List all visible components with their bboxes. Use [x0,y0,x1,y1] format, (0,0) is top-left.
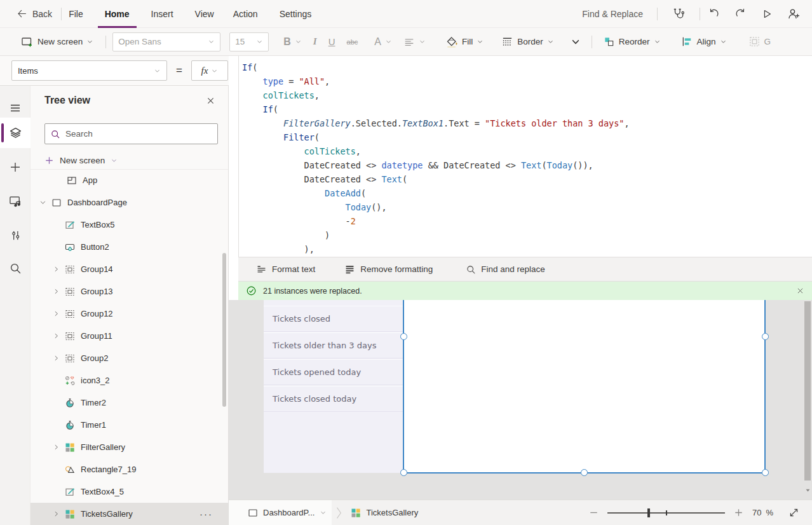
format-text-button[interactable]: Format text [250,257,321,282]
search-placeholder: Search [65,129,93,139]
menu-bar-right: Find & Replace [568,0,812,28]
fullscreen-icon[interactable] [788,507,799,518]
canvas-scrollbar[interactable] [804,301,811,481]
media-button[interactable] [0,186,30,216]
scroll-down-arrow-icon[interactable] [804,486,811,494]
expander-down-icon[interactable] [38,199,47,206]
banner-close-icon[interactable] [796,287,804,295]
gallery-row[interactable]: Tickets closed [264,306,403,332]
menu-view[interactable]: View [188,0,221,28]
find-and-replace-button[interactable]: Find and replace [459,257,551,282]
tree-new-screen-button[interactable]: New screen [44,151,118,170]
tree-item-button2[interactable]: Button2 [30,236,228,258]
reorder-button[interactable]: Reorder [597,28,667,56]
tree-scrollbar[interactable] [222,253,226,407]
zoom-slider-handle[interactable] [647,508,650,517]
tree-search-input[interactable]: Search [44,123,218,144]
expander-right-icon[interactable] [51,288,60,295]
strikethrough-button[interactable]: abc [341,28,364,56]
menu-home[interactable]: Home [98,0,137,28]
zoom-in-icon[interactable] [734,508,743,517]
expander-right-icon[interactable] [51,444,60,451]
fill-button[interactable]: Fill [440,28,489,56]
expander-right-icon[interactable] [51,355,60,362]
new-screen-button[interactable]: New screen [15,28,99,56]
menu-settings[interactable]: Settings [273,0,319,28]
tree-item-dashboardpage[interactable]: DashboardPage [30,191,228,214]
tree-item-group11[interactable]: Group11 [30,325,228,347]
formula-editor[interactable]: If( type = "All", colTickets, If( Filter… [238,56,812,257]
chevron-down-icon [477,38,484,45]
find-replace-status[interactable]: Find & Replace [568,9,657,19]
tree-item-app[interactable]: App [30,169,228,191]
advanced-tools-button[interactable] [0,220,30,250]
expander-right-icon[interactable] [51,310,60,317]
tree-item-ticketsgallery[interactable]: TicketsGallery··· [30,503,228,525]
plus-icon [9,161,22,174]
selection-handle-right[interactable] [762,333,769,340]
group-icon [64,353,75,364]
breadcrumb-control[interactable]: TicketsGallery [346,500,423,525]
tree-item-rectangle7_19[interactable]: Rectangle7_19 [30,458,228,481]
italic-button[interactable]: I [308,28,323,56]
selection-handle-bottom-right[interactable] [762,469,769,476]
undo-button[interactable] [700,0,727,28]
font-family-select[interactable]: Open Sans [112,32,220,51]
remove-formatting-button[interactable]: Remove formatting [338,257,439,282]
tree-item-group13[interactable]: Group13 [30,280,228,303]
expander-right-icon[interactable] [51,510,60,517]
font-color-button[interactable]: A [369,28,398,56]
selection-handle-left[interactable] [400,333,407,340]
menu-insert[interactable]: Insert [144,0,180,28]
property-select[interactable]: Items [11,60,167,81]
tree-close-icon[interactable] [206,96,215,106]
selection-handle-bottom-middle[interactable] [581,469,588,476]
tree-item-label: TextBox5 [81,220,114,229]
selection-right-edge[interactable] [764,300,766,473]
share-button[interactable] [780,0,807,28]
fx-button[interactable]: fx [191,60,228,81]
item-more-options-icon[interactable]: ··· [200,508,213,519]
font-size-select[interactable]: 15 [229,32,269,51]
align-button[interactable]: Align [675,28,733,56]
gallery-row[interactable]: Tickets closed today [264,386,403,412]
menu-action[interactable]: Action [226,0,265,28]
underline-button[interactable]: U [323,28,341,56]
selection-left-edge[interactable] [403,300,404,473]
search-rail-button[interactable] [0,253,30,283]
text-align-button[interactable] [398,28,431,56]
code-line: FilterGallery.Selected.TextBox1.Text = "… [242,116,812,130]
tree-item-textbox4_5[interactable]: TextBox4_5 [30,481,228,503]
back-button[interactable]: Back [0,0,61,28]
tree-item-group12[interactable]: Group12 [30,303,228,325]
zoom-slider[interactable] [607,512,725,514]
redo-button[interactable] [727,0,754,28]
bold-button[interactable]: B [278,28,308,56]
breadcrumb-screen[interactable]: DashboardP... [229,500,332,525]
gallery-row[interactable]: Tickets older than 3 days [264,332,403,358]
tree-item-group14[interactable]: Group14 [30,258,228,280]
filter-gallery-preview[interactable]: Tickets closedTickets older than 3 daysT… [264,300,403,473]
insert-button[interactable] [0,152,30,182]
tree-item-group2[interactable]: Group2 [30,347,228,369]
selection-handle-bottom-left[interactable] [400,469,407,476]
more-options-button[interactable] [565,28,586,56]
fx-label: fx [201,65,208,76]
hamburger-icon [9,102,22,114]
zoom-out-icon[interactable] [589,508,599,517]
group-button[interactable]: G [743,28,777,56]
tree-view-button[interactable] [0,118,30,148]
tree-item-timer1[interactable]: Timer1 [30,414,228,436]
expander-right-icon[interactable] [51,332,60,339]
formula-bar: Items = fx [0,56,238,86]
tree-item-filtergallery[interactable]: FilterGallery [30,436,228,458]
tree-item-icon3_2[interactable]: icon3_2 [30,369,228,392]
menu-file[interactable]: File [62,0,90,28]
border-button[interactable]: Border [496,28,560,56]
tree-item-timer2[interactable]: Timer2 [30,392,228,414]
tree-item-textbox5[interactable]: TextBox5 [30,214,228,236]
app-checker-button[interactable] [665,0,692,28]
preview-button[interactable] [754,0,780,28]
gallery-row[interactable]: Tickets opened today [264,359,403,385]
expander-right-icon[interactable] [51,266,60,273]
